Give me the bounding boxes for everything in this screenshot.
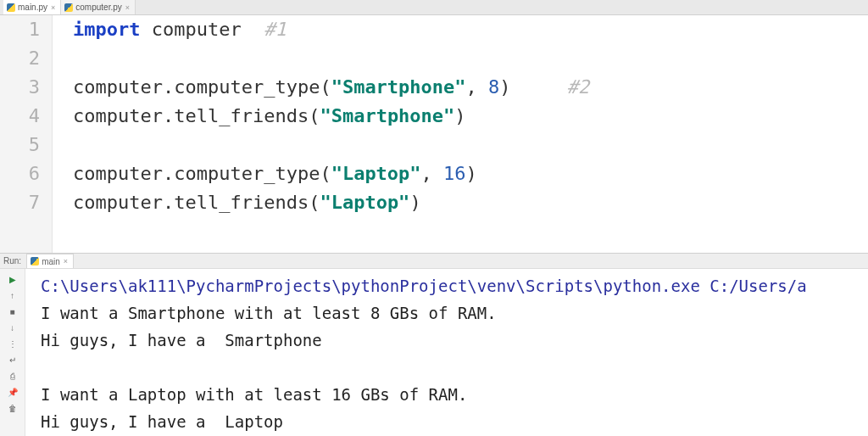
line-number-gutter: 1234567 xyxy=(0,15,53,253)
file-tab[interactable]: computer.py× xyxy=(61,0,136,14)
code-token: ) xyxy=(466,163,477,184)
code-line[interactable]: computer.tell_friends("Smartphone") xyxy=(73,102,868,131)
line-number: 2 xyxy=(0,44,40,73)
soft-wrap-button[interactable]: ↵ xyxy=(6,353,19,366)
code-token: #2 xyxy=(567,76,590,98)
code-token: computer.tell_friends( xyxy=(73,105,320,126)
code-token: import xyxy=(73,19,140,40)
console-output-line: I want a Smartphone with at least 8 GBs … xyxy=(41,299,868,327)
line-number: 4 xyxy=(0,102,40,131)
code-token: "Smartphone" xyxy=(331,76,466,98)
code-token: 8 xyxy=(488,76,499,98)
print-button[interactable]: ⎙ xyxy=(6,369,19,383)
file-tab[interactable]: main.py× xyxy=(3,0,61,14)
python-icon xyxy=(7,3,15,12)
code-token: computer.computer_type( xyxy=(73,76,331,98)
run-toolbar: ▶ ↑ ■ ↓ ⋮ ↵ ⎙ 📌 🗑 xyxy=(0,269,25,436)
code-token: computer.computer_type( xyxy=(73,163,331,184)
code-token: ) xyxy=(454,105,465,126)
code-token: "Smartphone" xyxy=(320,105,454,126)
python-icon xyxy=(64,3,73,12)
code-line[interactable]: computer.computer_type("Laptop", 16) xyxy=(73,159,868,188)
run-panel-label: Run: xyxy=(3,256,21,266)
rerun-button[interactable]: ▶ xyxy=(6,272,19,286)
line-number: 5 xyxy=(0,131,40,159)
file-tab-label: main.py xyxy=(18,3,47,12)
stop-button[interactable]: ■ xyxy=(6,305,19,318)
close-icon[interactable]: × xyxy=(64,257,68,266)
console-output-line: I want a Laptop with at least 16 GBs of … xyxy=(41,381,868,408)
code-token: "Laptop" xyxy=(331,163,421,184)
console-output[interactable]: C:\Users\ak111\PycharmProjects\pythonPro… xyxy=(25,269,868,436)
run-panel-body: ▶ ↑ ■ ↓ ⋮ ↵ ⎙ 📌 🗑 C:\Users\ak111\Pycharm… xyxy=(0,269,868,436)
console-output-line: Hi guys, I have a Laptop xyxy=(41,408,868,435)
run-panel: Run: main × ▶ ↑ ■ ↓ ⋮ ↵ ⎙ 📌 🗑 C:\Users\a… xyxy=(0,253,868,436)
ide-root: main.py×computer.py× 1234567 import comp… xyxy=(0,0,868,436)
scroll-down-button[interactable]: ↓ xyxy=(6,321,19,334)
code-token: , xyxy=(466,76,489,98)
code-token: , xyxy=(421,163,444,184)
code-token: 16 xyxy=(443,163,466,184)
code-line[interactable] xyxy=(73,44,868,73)
run-config-tab[interactable]: main × xyxy=(26,254,74,268)
code-line[interactable] xyxy=(73,131,868,159)
file-tab-label: computer.py xyxy=(75,3,121,12)
file-tab-bar: main.py×computer.py× xyxy=(0,0,868,15)
code-token: "Laptop" xyxy=(320,192,409,213)
line-number: 1 xyxy=(0,15,40,44)
console-command-line: C:\Users\ak111\PycharmProjects\pythonPro… xyxy=(41,272,868,299)
run-panel-header: Run: main × xyxy=(0,254,868,269)
code-token: computer xyxy=(140,19,264,40)
run-config-tab-label: main xyxy=(42,257,60,266)
code-editor[interactable]: 1234567 import computer #1 computer.comp… xyxy=(0,15,868,253)
console-output-line xyxy=(41,354,868,381)
python-icon xyxy=(31,257,39,266)
close-icon[interactable]: × xyxy=(51,3,55,12)
code-token: #1 xyxy=(264,19,287,40)
clear-button[interactable]: 🗑 xyxy=(6,401,19,415)
code-token: computer.tell_friends( xyxy=(73,192,320,213)
line-number: 6 xyxy=(0,159,40,188)
code-line[interactable]: computer.computer_type("Smartphone", 8) … xyxy=(73,73,868,102)
close-icon[interactable]: × xyxy=(125,3,130,12)
line-number: 7 xyxy=(0,188,40,217)
code-area[interactable]: import computer #1 computer.computer_typ… xyxy=(53,15,868,253)
overflow-icon[interactable]: ⋮ xyxy=(6,337,19,350)
pin-button[interactable]: 📌 xyxy=(6,385,19,399)
code-line[interactable]: import computer #1 xyxy=(73,15,868,44)
line-number: 3 xyxy=(0,73,40,102)
code-line[interactable]: computer.tell_friends("Laptop") xyxy=(73,188,868,217)
code-token: ) xyxy=(409,192,420,213)
console-output-line: Hi guys, I have a Smartphone xyxy=(41,327,868,354)
code-token: ) xyxy=(499,76,566,98)
scroll-up-button[interactable]: ↑ xyxy=(6,288,19,302)
